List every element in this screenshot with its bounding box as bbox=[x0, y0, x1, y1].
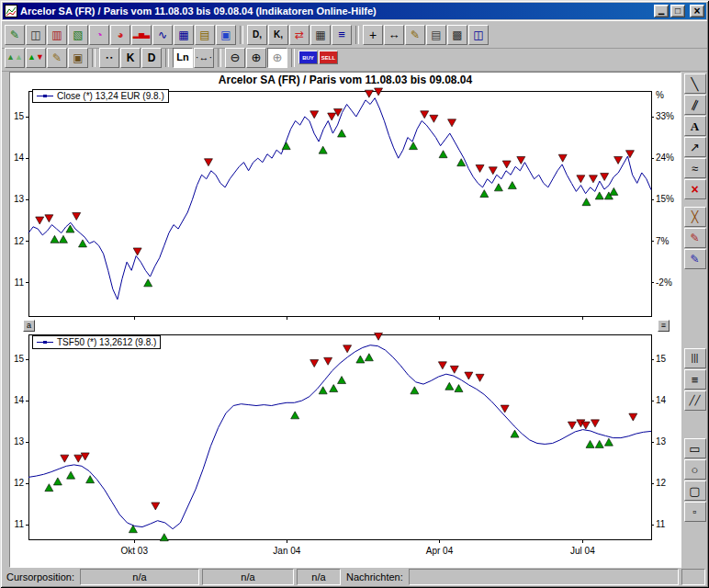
chart-title: Arcelor SA (FR) / Paris vom 11.08.03 bis… bbox=[10, 74, 681, 86]
mountain-chart-icon[interactable]: ▲▲ bbox=[5, 48, 25, 68]
chart-area: Arcelor SA (FR) / Paris vom 11.08.03 bis… bbox=[9, 72, 681, 568]
list-view-icon[interactable]: ≡ bbox=[332, 25, 352, 45]
svg-text:15: 15 bbox=[14, 111, 25, 121]
pencil-red-tool[interactable]: ✎ bbox=[684, 228, 706, 248]
donut-analysis-icon[interactable]: ◔ bbox=[89, 25, 109, 45]
statusbar: Cursorposition: n/a n/a n/a Nachrichten: bbox=[3, 569, 706, 585]
cursor-position-label: Cursorposition: bbox=[4, 571, 77, 582]
hatch-diagonal-tool[interactable]: ╱╱ bbox=[684, 390, 706, 411]
chart-edit-icon[interactable]: ✎ bbox=[5, 25, 25, 45]
hatch-vertical-tool[interactable]: ||| bbox=[684, 348, 706, 368]
svg-text:%: % bbox=[656, 90, 664, 100]
chart-shift-icon[interactable]: ▧ bbox=[68, 25, 88, 45]
matrix-icon[interactable]: ▩ bbox=[447, 25, 467, 45]
separator bbox=[686, 200, 704, 206]
notes-icon[interactable]: ▤ bbox=[426, 25, 446, 45]
separator bbox=[686, 270, 704, 347]
bar-compare-icon[interactable]: ▥ bbox=[47, 25, 67, 45]
data-tape-icon[interactable]: ▤ bbox=[195, 25, 215, 45]
svg-text:12: 12 bbox=[14, 478, 25, 488]
drawing-toolbar: ╲∥A↗≈×╳✎✎|||≡╱╱▭○▢▫ bbox=[682, 74, 707, 522]
trendline-tool[interactable]: ╲ bbox=[684, 74, 706, 94]
separator bbox=[355, 26, 359, 44]
app-window: Arcelor SA (FR) / Paris vom 11.08.03 bis… bbox=[0, 0, 709, 588]
indicator-chart-canvas[interactable]: 15141312111514131211Okt 03Jan 04Apr 04Ju… bbox=[10, 333, 679, 565]
panel-a-button[interactable]: a bbox=[23, 320, 35, 332]
arrow-tool[interactable]: ↗ bbox=[684, 137, 706, 157]
layout-icon[interactable]: ◫ bbox=[468, 25, 489, 45]
svg-text:12: 12 bbox=[14, 236, 25, 246]
histogram-icon[interactable]: ▂▅▃ bbox=[131, 25, 152, 45]
pencil-blue-tool[interactable]: ✎ bbox=[684, 249, 706, 269]
zoom-in-button[interactable]: ⊕ bbox=[246, 48, 266, 68]
d-chart-button[interactable]: D bbox=[141, 48, 162, 68]
zoom-out-button[interactable]: ⊖ bbox=[225, 48, 245, 68]
crosshair-icon[interactable]: + bbox=[363, 25, 383, 45]
svg-text:11: 11 bbox=[15, 277, 25, 288]
delete-drawing-tool[interactable]: × bbox=[684, 179, 706, 199]
maximize-icon: □ bbox=[675, 6, 681, 16]
channel-tool[interactable]: ∥ bbox=[684, 95, 706, 115]
separator bbox=[218, 49, 221, 67]
indicator-legend: TSF50 (*) 13,2612 (9.8.) bbox=[32, 335, 161, 349]
text-tool[interactable]: A bbox=[684, 116, 706, 136]
separator bbox=[92, 49, 96, 67]
annotate-icon[interactable]: ✎ bbox=[405, 25, 425, 45]
cursor-value-field: n/a bbox=[297, 569, 341, 585]
hatch-horizontal-tool[interactable]: ≡ bbox=[684, 369, 706, 390]
blue-panel-icon[interactable]: ▣ bbox=[216, 25, 236, 45]
svg-text:Jul 04: Jul 04 bbox=[570, 546, 595, 556]
sell-button[interactable]: SELL bbox=[319, 51, 338, 64]
ln-scale-button[interactable]: Ln bbox=[173, 48, 193, 68]
svg-text:Apr 04: Apr 04 bbox=[426, 546, 454, 556]
compare-icon[interactable]: ⇄ bbox=[289, 25, 309, 45]
small-rect-tool[interactable]: ▫ bbox=[684, 502, 706, 522]
svg-text:Jan 04: Jan 04 bbox=[273, 546, 300, 556]
line-study-icon[interactable]: ∿ bbox=[152, 25, 173, 45]
rounded-rect-tool[interactable]: ▢ bbox=[684, 481, 706, 501]
svg-text:33%: 33% bbox=[656, 111, 674, 121]
pie-analysis-icon[interactable]: ◕ bbox=[110, 25, 130, 45]
table-view-icon[interactable]: ▦ bbox=[310, 25, 331, 45]
app-icon bbox=[5, 5, 17, 17]
legend-line-sample bbox=[37, 95, 53, 97]
svg-text:14: 14 bbox=[656, 395, 667, 405]
weekly-period-button[interactable]: K, bbox=[268, 25, 288, 45]
line-style-button[interactable]: ▪ ▪ bbox=[99, 48, 119, 68]
svg-text:13: 13 bbox=[656, 436, 667, 447]
copy-chart-icon[interactable]: ◫ bbox=[26, 25, 46, 45]
svg-text:Okt 03: Okt 03 bbox=[121, 546, 149, 556]
separator bbox=[240, 26, 243, 44]
minimize-button[interactable]: ▁ bbox=[654, 5, 669, 17]
separator bbox=[165, 49, 169, 67]
svg-text:11: 11 bbox=[15, 519, 25, 529]
panel-options-button[interactable]: ≡ bbox=[658, 320, 670, 332]
maximize-button[interactable]: □ bbox=[670, 5, 685, 17]
separator bbox=[686, 412, 704, 437]
cursor-y-field: n/a bbox=[202, 569, 294, 585]
news-field bbox=[409, 569, 679, 585]
rectangle-tool[interactable]: ▭ bbox=[684, 438, 706, 458]
k-chart-button[interactable]: K bbox=[120, 48, 141, 68]
properties-icon[interactable]: ▣ bbox=[68, 48, 88, 68]
zoom-mode-button[interactable]: ⊕ bbox=[267, 48, 287, 68]
svg-text:15%: 15% bbox=[656, 194, 674, 204]
wave-tool[interactable]: ≈ bbox=[684, 158, 706, 178]
toolbar-chart: ▲▲▲▼✎▣▪ ▪KDLn·↔·⊖⊕⊕BUYSELL bbox=[2, 44, 707, 72]
price-chart-canvas[interactable]: 151413121133%24%15%7%-2%% bbox=[10, 86, 679, 320]
compress-button[interactable]: ·↔· bbox=[194, 48, 214, 68]
svg-text:14: 14 bbox=[14, 395, 25, 405]
close-button[interactable]: × bbox=[690, 5, 704, 17]
crossed-pencils-tool[interactable]: ╳ bbox=[684, 207, 706, 227]
draw-indicator-icon[interactable]: ✎ bbox=[47, 48, 67, 68]
signals-icon[interactable]: ▲▼ bbox=[26, 48, 46, 68]
svg-text:11: 11 bbox=[656, 519, 666, 529]
svg-text:15: 15 bbox=[14, 354, 25, 364]
quote-table-icon[interactable]: ▦ bbox=[174, 25, 194, 45]
svg-text:7%: 7% bbox=[656, 236, 670, 246]
buy-button[interactable]: BUY bbox=[298, 51, 318, 64]
titlebar[interactable]: Arcelor SA (FR) / Paris vom 11.08.03 bis… bbox=[3, 3, 706, 19]
move-icon[interactable]: ↔ bbox=[384, 25, 404, 45]
ellipse-tool[interactable]: ○ bbox=[684, 459, 706, 480]
daily-period-button[interactable]: D, bbox=[247, 25, 267, 45]
